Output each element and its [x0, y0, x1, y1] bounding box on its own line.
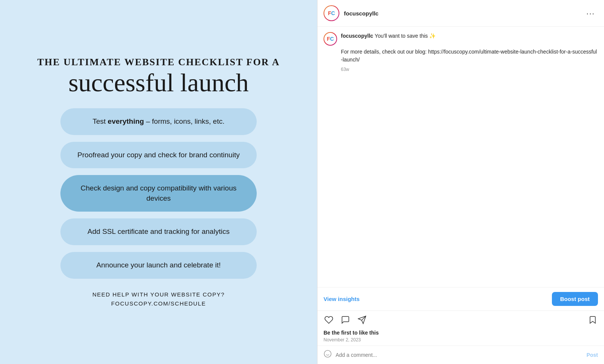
post-title-container: THE ULTIMATE WEBSITE CHECKLIST FOR A suc… [37, 56, 280, 97]
checklist-item: Check design and copy compatibility with… [60, 175, 257, 212]
post-image: THE ULTIMATE WEBSITE CHECKLIST FOR A suc… [0, 0, 317, 364]
ig-likes: Be the first to like this [317, 330, 604, 337]
content-fc-logo: FC [327, 36, 334, 42]
ig-caption: focuscopyllcYou'll want to save this ✨ F… [341, 32, 598, 73]
ig-header: FC focuscopyllc ··· [317, 0, 604, 27]
checklist-item: Announce your launch and celebrate it! [60, 252, 257, 279]
comment-button[interactable] [340, 315, 351, 327]
content-fc-c: C [330, 36, 334, 42]
emoji-button[interactable] [324, 350, 332, 360]
content-avatar: FC [324, 32, 337, 46]
svg-point-2 [324, 350, 331, 357]
post-timestamp: 63w [341, 66, 598, 73]
fc-f-letter: F [328, 10, 331, 16]
ig-actions [317, 311, 604, 330]
caption-username: focuscopyllc [341, 33, 373, 39]
post-comment-button[interactable]: Post [587, 352, 598, 358]
heart-icon [324, 315, 333, 324]
content-fc-f: F [327, 36, 330, 42]
content-avatar-inner: FC [324, 33, 336, 45]
caption-body: For more details, check out our blog: ht… [341, 49, 597, 63]
checklist-item: Test everything – forms, icons, links, e… [60, 108, 257, 135]
avatar: FC [324, 5, 339, 21]
checklist-item: Add SSL certificate and tracking for ana… [60, 218, 257, 245]
bookmark-button[interactable] [587, 315, 598, 327]
ig-date: November 2, 2023 [317, 337, 604, 346]
share-icon [357, 315, 367, 324]
ig-boost-row: View insights Boost post [317, 287, 604, 311]
post-footer-line2: FOCUSCOPY.COM/SCHEDULE [111, 300, 206, 307]
more-options-button[interactable]: ··· [583, 8, 598, 19]
caption-link[interactable]: https://focuscopy.com/ultimate-website-l… [341, 49, 597, 63]
fc-logo: FC [328, 10, 335, 16]
ig-content: FC focuscopyllcYou'll want to save this … [317, 27, 604, 287]
bookmark-icon [588, 315, 597, 324]
caption-intro: You'll want to save this ✨ [375, 33, 436, 39]
post-title-script: successful launch [37, 69, 280, 97]
ig-comment-row: Post [317, 346, 604, 364]
view-insights-button[interactable]: View insights [324, 296, 360, 302]
emoji-icon [324, 350, 332, 358]
avatar-inner: FC [324, 6, 339, 20]
header-username: focuscopyllc [344, 10, 579, 17]
fc-c-letter: C [331, 10, 335, 16]
boost-post-button[interactable]: Boost post [552, 292, 598, 306]
checklist-items: Test everything – forms, icons, links, e… [60, 108, 257, 279]
post-footer: NEED HELP WITH YOUR WEBSITE COPY? FOCUSC… [92, 290, 225, 308]
post-footer-line1: NEED HELP WITH YOUR WEBSITE COPY? [92, 291, 225, 298]
ig-content-header: FC focuscopyllcYou'll want to save this … [324, 32, 598, 73]
comment-input[interactable] [336, 352, 583, 358]
instagram-panel: FC focuscopyllc ··· FC focuscopyllcYou'l… [317, 0, 604, 364]
checklist-item: Proofread your copy and check for brand … [60, 142, 257, 169]
share-button[interactable] [357, 315, 367, 327]
comment-icon [341, 315, 350, 324]
post-title-top: THE ULTIMATE WEBSITE CHECKLIST FOR A [37, 56, 280, 69]
like-button[interactable] [324, 315, 334, 327]
